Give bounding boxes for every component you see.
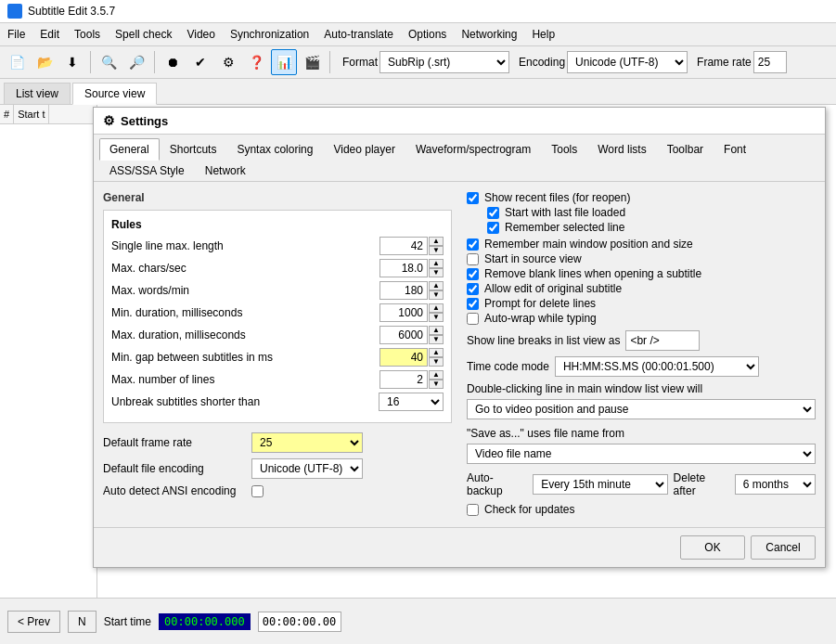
tab-source-view[interactable]: Source view [72,83,157,105]
check-start-source[interactable] [467,253,479,265]
spin-down-max-lines[interactable]: ▼ [429,380,444,389]
waveform-button[interactable]: 📊 [271,49,297,75]
findreplace-button[interactable]: 🔎 [123,49,149,75]
separator-1 [90,51,91,73]
fixcommon-button[interactable]: ⏺ [160,49,186,75]
menu-sync[interactable]: Synchronization [223,25,316,44]
download-button[interactable]: ⬇ [59,49,85,75]
row-start-last: Start with last file loaded [487,206,816,219]
check-remember-line[interactable] [487,222,499,234]
spin-up-max-lines[interactable]: ▲ [429,370,444,380]
framerate-input[interactable] [753,51,787,73]
row-remove-blank: Remove blank lines when opening a subtit… [467,267,816,280]
menu-edit[interactable]: Edit [32,25,67,44]
select-dfr[interactable]: 25 [251,432,363,453]
menu-options[interactable]: Options [401,25,454,44]
stab-shortcuts[interactable]: Shortcuts [160,138,227,161]
col-number: # [0,105,14,123]
stab-tools[interactable]: Tools [541,138,587,161]
select-def-enc[interactable]: Unicode (UTF-8) [251,458,363,479]
view-tabs: List view Source view [0,79,836,105]
input-words-min[interactable] [379,281,428,300]
settings-title-text: Settings [121,114,168,128]
input-max-dur[interactable] [379,326,428,344]
spin-down-min-gap[interactable]: ▼ [429,357,444,367]
stab-toolbar[interactable]: Toolbar [657,138,714,161]
check-updates[interactable] [467,504,479,516]
menu-spellcheck[interactable]: Spell check [108,25,179,44]
spin-up-min-gap[interactable]: ▲ [429,348,444,357]
input-single-line[interactable] [379,237,428,255]
stab-video-player[interactable]: Video player [323,138,405,161]
input-min-dur[interactable] [379,303,428,322]
encoding-select[interactable]: Unicode (UTF-8) [567,51,688,73]
select-time-code[interactable]: HH:MM:SS.MS (00:00:01.500) [555,356,759,377]
stab-font[interactable]: Font [714,138,756,161]
ok-button[interactable]: OK [680,535,745,560]
check-prompt-delete[interactable] [467,298,479,310]
check-remember-pos[interactable] [467,238,479,251]
stab-network[interactable]: Network [195,160,256,182]
check-auto-wrap[interactable] [467,313,479,325]
menu-file[interactable]: File [0,25,32,44]
spin-up-min-dur[interactable]: ▲ [429,303,444,313]
new-button[interactable]: 📄 [4,49,30,75]
check-start-last[interactable] [487,207,499,219]
time-input[interactable] [258,612,341,632]
titlebar: Subtitle Edit 3.5.7 [0,0,836,23]
select-auto-backup[interactable]: Every 15th minute [533,474,667,495]
next-button[interactable]: N [68,611,96,633]
spin-up-max-dur[interactable]: ▲ [429,326,444,335]
label-def-enc: Default file encoding [103,462,251,475]
check-allow-edit[interactable] [467,283,479,295]
label-min-dur: Min. duration, milliseconds [111,306,379,319]
check-remove-blank[interactable] [467,268,479,280]
stab-waveform[interactable]: Waveform/spectrogram [405,138,541,161]
menu-video[interactable]: Video [179,25,222,44]
stab-word-lists[interactable]: Word lists [587,138,656,161]
format-select[interactable]: SubRip (.srt) [379,51,509,73]
row-min-dur: Min. duration, milliseconds ▲▼ [111,303,444,322]
menu-networking[interactable]: Networking [454,25,524,44]
stab-ass-ssa[interactable]: ASS/SSA Style [99,160,195,182]
spin-up-words-min[interactable]: ▲ [429,281,444,290]
stab-general[interactable]: General [99,138,160,161]
input-min-gap[interactable] [379,348,428,367]
spin-down-max-dur[interactable]: ▼ [429,335,444,344]
row-start-source: Start in source view [467,252,816,265]
spin-up-single-line[interactable]: ▲ [429,237,444,246]
select-delete-after[interactable]: 6 months [735,474,816,495]
label-dfr: Default frame rate [103,436,251,449]
input-chars-sec[interactable] [379,259,428,277]
spellcheck-button[interactable]: ✔ [187,49,213,75]
input-max-lines[interactable] [379,370,428,389]
video-button[interactable]: 🎬 [299,49,325,75]
input-show-breaks[interactable] [625,330,700,351]
prev-button[interactable]: < Prev [7,611,60,633]
select-save-as[interactable]: Video file name [467,444,816,464]
label-start-source: Start in source view [484,252,582,265]
encoding-label: Encoding [519,56,565,69]
spin-down-words-min[interactable]: ▼ [429,290,444,300]
spin-down-min-dur[interactable]: ▼ [429,313,444,322]
select-double-click[interactable]: Go to video position and pause [467,399,816,419]
settings-title: ⚙ Settings [94,108,825,135]
find-button[interactable]: 🔍 [96,49,122,75]
menu-help[interactable]: Help [524,25,562,44]
check-auto-detect[interactable] [251,485,264,497]
spin-down-single-line[interactable]: ▼ [429,246,444,255]
tab-list-view[interactable]: List view [4,83,71,104]
row-time-code: Time code mode HH:MM:SS.MS (00:00:01.500… [467,356,816,377]
help-button[interactable]: ❓ [243,49,269,75]
settings-button[interactable]: ⚙ [215,49,241,75]
cancel-button[interactable]: Cancel [751,535,816,560]
menu-tools[interactable]: Tools [67,25,108,44]
menu-autotranslate[interactable]: Auto-translate [316,25,401,44]
check-show-recent[interactable] [467,192,479,204]
spin-down-chars-sec[interactable]: ▼ [429,268,444,277]
select-unbreak[interactable]: 16 [379,393,444,411]
open-button[interactable]: 📂 [32,49,58,75]
spin-up-chars-sec[interactable]: ▲ [429,259,444,268]
stab-syntax-coloring[interactable]: Syntax coloring [226,138,323,161]
row-remember-pos: Remember main window position and size [467,238,816,251]
